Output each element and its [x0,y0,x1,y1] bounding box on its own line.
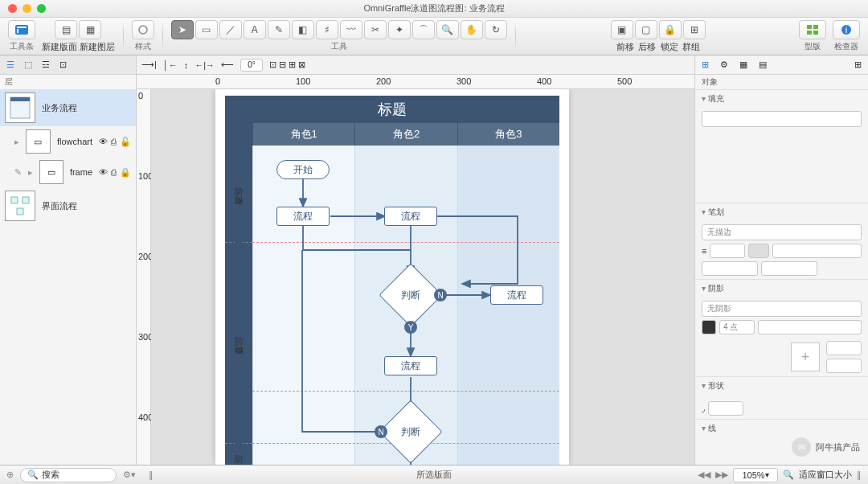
diagram-tool[interactable]: ◧ [292,20,314,39]
layers-tab-icon: ☰ [6,59,14,70]
shadow-section[interactable]: 阴影 [695,279,868,297]
corner-radius-input[interactable] [708,401,743,416]
stroke-section[interactable]: 笔划 [695,203,868,221]
document-tab-icon: ▤ [759,59,767,70]
group-button[interactable]: ⊞ [683,20,706,39]
shape-tool[interactable]: ▭ [195,20,218,39]
pen-tool[interactable]: ✎ [268,20,290,39]
canvas-tab-icon: ▦ [739,59,747,70]
zoom-tool[interactable]: 🔍 [436,20,459,39]
layers-sidebar: ☰ ⬚ ☲ ⊡ 层 业务流程 ▸ ▭ flowchart 👁⎙🔓 ✎▸ ▭ fr… [0,55,137,465]
rotation-input[interactable] [240,59,263,72]
layer-item-flowchart[interactable]: ▸ ▭ flowchart 👁⎙🔓 [0,126,136,157]
line-section[interactable]: 线 [695,419,868,437]
svg-rect-5 [813,25,818,29]
nav-prev-icon[interactable]: ◀◀ [698,470,710,480]
swimlane-diagram[interactable]: 标题 角色1 角色2 角色3 阶 段 A 阶 段 B 阶 段 [225,96,559,465]
stamp-tool[interactable]: ✂ [364,20,387,39]
shadow-y-input[interactable] [826,359,862,373]
add-icon[interactable]: ⊕ [6,470,14,480]
lane[interactable] [252,146,354,465]
grid-tool[interactable]: ♯ [316,20,338,39]
canvas-thumb [5,92,35,123]
window-controls[interactable] [8,4,46,13]
start-node[interactable]: 开始 [276,160,330,179]
new-layer-button[interactable]: ▦ [79,20,101,39]
shadow-slider[interactable] [758,320,862,334]
eyedropper-tool[interactable]: ✦ [388,20,411,39]
layer-item-uiflow[interactable]: 界面流程 [0,187,136,224]
bring-forward-button[interactable]: ▣ [611,20,633,39]
scroll-h-icon[interactable]: ‖ [149,470,154,480]
stroke-color-swatch[interactable] [748,244,769,258]
shadow-blur-input[interactable]: 4 点 [719,320,755,334]
new-canvas-button[interactable]: ▤ [55,20,77,39]
shadow-color-swatch[interactable] [702,320,716,334]
layer-thumb: ▭ [39,160,63,184]
lock-button[interactable]: 🔒 [659,20,682,39]
layer-item-business[interactable]: 业务流程 [0,89,136,126]
process-node[interactable]: 流程 [276,207,330,226]
brush-tool[interactable]: 〰 [340,20,362,39]
window-title: OmniGraffle泳道图流程图: 业务流程 [363,2,504,14]
decision-node[interactable]: 判断 [388,273,433,318]
decision-no-badge: N [375,425,387,438]
print-icon: ⎙ [111,137,117,147]
inspector-tabs[interactable]: ⊞ ⚙ ▦ ▤ ⊞ [695,55,868,75]
nav-next-icon[interactable]: ▶▶ [715,470,728,480]
text-tool[interactable]: A [244,20,266,39]
process-node[interactable]: 流程 [384,356,437,375]
close-icon[interactable] [8,4,17,13]
shadow-type-select[interactable]: 无阴影 [702,301,862,317]
inspector-button[interactable]: i [833,20,860,39]
stroke-type-select[interactable]: 无描边 [702,224,862,240]
magnet-tool[interactable]: ⌒ [412,20,435,39]
role-header[interactable]: 角色1 [252,123,354,146]
stroke-weight-input[interactable] [710,244,745,258]
svg-rect-14 [17,208,23,215]
page: 标题 角色1 角色2 角色3 阶 段 A 阶 段 B 阶 段 [215,89,569,465]
decision-node[interactable]: 判断 [388,409,433,454]
line-tool[interactable]: ／ [219,20,242,39]
layer-item-frame[interactable]: ✎▸ ▭ frame 👁⎙🔒 [0,157,136,187]
outline-tab-icon: ⬚ [24,59,32,70]
style-button[interactable] [132,20,154,39]
process-node[interactable]: 流程 [384,207,437,226]
hand-tool[interactable]: ✋ [461,20,483,39]
format-bar[interactable]: ⟶|│←↕←|→⟵ ⊡ ⊟ ⊞ ⊠ [137,55,694,75]
fill-section[interactable]: 填充 [695,89,868,108]
shadow-x-input[interactable] [826,341,862,355]
zoom-select[interactable]: 105% ▾ [733,468,778,482]
role-header[interactable]: 角色2 [354,123,457,146]
diagram-title[interactable]: 标题 [225,96,559,123]
sidebar-tabs[interactable]: ☰ ⬚ ☲ ⊡ [0,55,136,75]
shape-section[interactable]: 形状 [695,376,868,395]
stroke-style-select[interactable] [772,244,862,258]
role-header[interactable]: 角色3 [457,123,559,146]
corner-style[interactable] [702,261,758,276]
cap-style[interactable] [761,261,817,276]
send-backward-button[interactable]: ▢ [635,20,657,39]
search-input[interactable]: 🔍搜索 [20,468,117,482]
lane[interactable] [457,146,559,465]
action-tool[interactable]: ↻ [485,20,507,39]
lock-icon: 🔓 [120,137,131,147]
fill-field[interactable] [702,111,862,127]
stage-label[interactable]: 阶 段 A [225,146,252,242]
toolbar-toggle-button[interactable] [8,20,35,39]
maximize-icon[interactable] [37,4,46,13]
print-icon: ⎙ [111,167,117,178]
scroll-v-icon[interactable]: ‖ [857,470,862,480]
stage-label[interactable]: 阶 段 B [225,242,252,443]
zoom-icon[interactable]: 🔍 [783,470,794,480]
shadow-offset-pad[interactable]: + [791,342,820,371]
canvas[interactable]: 标题 角色1 角色2 角色3 阶 段 A 阶 段 B 阶 段 [151,89,694,465]
select-tool[interactable]: ➤ [171,20,194,39]
watermark: ✉ 阿牛搞产品 [792,437,860,457]
settings-icon[interactable]: ⚙▾ [123,470,136,480]
process-node[interactable]: 流程 [490,285,543,305]
wechat-icon: ✉ [792,437,811,457]
minimize-icon[interactable] [23,4,31,13]
stencil-button[interactable] [799,20,826,39]
inspector-panel: ⊞ ⚙ ▦ ▤ ⊞ 对象 填充 笔划 无描边 ≡ 阴影 无阴影 [694,55,868,465]
